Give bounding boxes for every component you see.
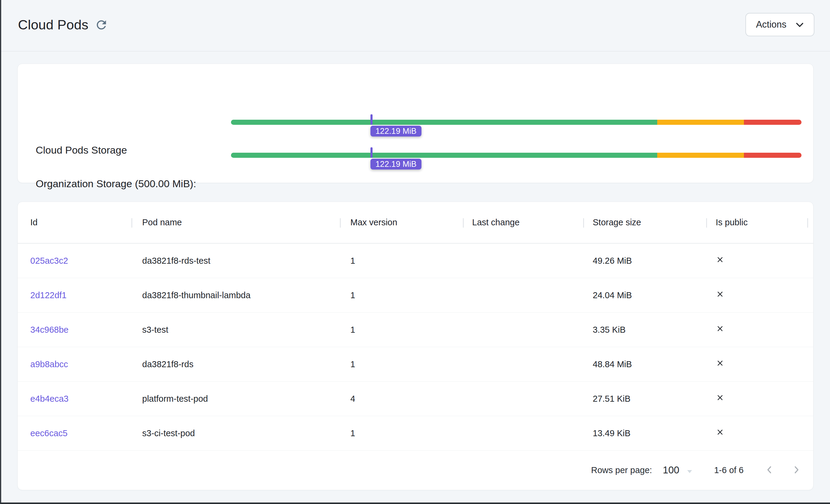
page-header: Cloud Pods Actions bbox=[0, 0, 830, 52]
is-public-cell bbox=[706, 290, 807, 301]
max-version-cell: 1 bbox=[340, 290, 463, 300]
storage-size-cell: 49.26 MiB bbox=[583, 256, 706, 266]
rows-per-page-label: Rows per page: bbox=[591, 465, 652, 475]
page-title: Cloud Pods bbox=[18, 17, 89, 33]
storage-size-cell: 13.49 KiB bbox=[583, 429, 706, 438]
column-separator bbox=[340, 218, 341, 228]
zone-critical bbox=[744, 153, 801, 158]
column-separator bbox=[463, 218, 464, 228]
pod-name-cell: s3-ci-test-pod bbox=[131, 429, 340, 438]
pagination-range-label: 1-6 of 6 bbox=[714, 465, 744, 475]
storage-scale-bar bbox=[231, 153, 801, 158]
max-version-cell: 1 bbox=[340, 256, 463, 266]
column-header-pod-name[interactable]: Pod name bbox=[131, 218, 340, 227]
is-public-cell bbox=[706, 255, 807, 266]
column-separator bbox=[131, 218, 132, 228]
window-edge-bottom bbox=[0, 503, 830, 504]
storage-size-cell: 24.04 MiB bbox=[583, 290, 706, 300]
pod-id-link[interactable]: 2d122df1 bbox=[30, 290, 67, 300]
column-separator bbox=[706, 218, 707, 228]
column-separator bbox=[807, 218, 808, 228]
is-public-cell bbox=[706, 393, 807, 404]
chevron-right-icon bbox=[791, 465, 801, 476]
pod-id-link[interactable]: 025ac3c2 bbox=[30, 256, 68, 265]
storage-size-cell: 3.35 KiB bbox=[583, 325, 706, 335]
pod-name-cell: da3821f8-rds-test bbox=[131, 256, 340, 266]
window-edge-left bbox=[0, 0, 1, 504]
refresh-icon bbox=[95, 28, 108, 33]
table-row[interactable]: 025ac3c2 da3821f8-rds-test 1 49.26 MiB bbox=[18, 244, 813, 278]
actions-button[interactable]: Actions bbox=[745, 13, 815, 36]
next-page-button[interactable] bbox=[788, 462, 805, 478]
pod-id-link[interactable]: eec6cac5 bbox=[30, 429, 67, 438]
organization-storage-bar: 122.19 MiB bbox=[231, 114, 801, 138]
zone-warning bbox=[657, 120, 744, 125]
pod-name-cell: da3821f8-rds bbox=[131, 359, 340, 369]
column-separator bbox=[583, 218, 584, 228]
max-version-cell: 1 bbox=[340, 429, 463, 438]
max-version-cell: 4 bbox=[340, 394, 463, 404]
max-version-cell: 1 bbox=[340, 359, 463, 369]
cloud-pods-table: Id Pod name Max version Last change Stor… bbox=[18, 201, 813, 490]
is-public-cell bbox=[706, 359, 807, 370]
column-header-last-change[interactable]: Last change bbox=[463, 218, 583, 227]
table-header-row: Id Pod name Max version Last change Stor… bbox=[18, 202, 813, 244]
refresh-button[interactable] bbox=[94, 18, 109, 33]
storage-scale-bar bbox=[231, 120, 801, 125]
storage-card-heading: Cloud Pods Storage bbox=[36, 144, 127, 156]
zone-safe bbox=[231, 120, 657, 125]
table-body: 025ac3c2 da3821f8-rds-test 1 49.26 MiB 2… bbox=[18, 244, 813, 450]
table-row[interactable]: a9b8abcc da3821f8-rds 1 48.84 MiB bbox=[18, 347, 813, 382]
zone-critical bbox=[744, 120, 801, 125]
pod-name-cell: platform-test-pod bbox=[131, 394, 340, 404]
pod-name-cell: da3821f8-thumbnail-lambda bbox=[131, 290, 340, 300]
usage-marker bbox=[371, 147, 373, 158]
table-row[interactable]: 34c968be s3-test 1 3.35 KiB bbox=[18, 313, 813, 347]
storage-size-cell: 27.51 KiB bbox=[583, 394, 706, 404]
rows-per-page-value: 100 bbox=[663, 464, 679, 476]
pod-id-link[interactable]: 34c968be bbox=[30, 325, 68, 335]
pod-name-cell: s3-test bbox=[131, 325, 340, 335]
not-public-icon bbox=[716, 255, 807, 266]
zone-warning bbox=[657, 153, 744, 158]
table-pagination: Rows per page: 100 1-6 of 6 bbox=[18, 450, 813, 490]
storage-size-cell: 48.84 MiB bbox=[583, 359, 706, 369]
column-header-id[interactable]: Id bbox=[18, 218, 131, 227]
select-arrow-icon bbox=[687, 464, 693, 476]
chevron-left-icon bbox=[764, 465, 774, 476]
not-public-icon bbox=[716, 324, 807, 335]
is-public-cell bbox=[706, 428, 807, 439]
table-row[interactable]: e4b4eca3 platform-test-pod 4 27.51 KiB bbox=[18, 382, 813, 416]
pod-id-link[interactable]: e4b4eca3 bbox=[30, 394, 68, 404]
previous-page-button[interactable] bbox=[761, 462, 778, 478]
actions-button-label: Actions bbox=[756, 19, 787, 30]
not-public-icon bbox=[716, 393, 807, 404]
is-public-cell bbox=[706, 324, 807, 335]
table-row[interactable]: eec6cac5 s3-ci-test-pod 1 13.49 KiB bbox=[18, 416, 813, 450]
usage-tooltip: 122.19 MiB bbox=[371, 159, 422, 169]
storage-card: Cloud Pods Storage Organization Storage … bbox=[18, 64, 813, 183]
user-storage-bar: 122.19 MiB bbox=[231, 147, 801, 171]
not-public-icon bbox=[716, 290, 807, 301]
column-header-storage-size[interactable]: Storage size bbox=[583, 218, 706, 227]
not-public-icon bbox=[716, 428, 807, 439]
column-header-max-version[interactable]: Max version bbox=[340, 218, 463, 227]
pod-id-link[interactable]: a9b8abcc bbox=[30, 359, 68, 369]
rows-per-page-select[interactable]: 100 bbox=[663, 464, 693, 476]
usage-tooltip: 122.19 MiB bbox=[371, 126, 422, 136]
usage-marker bbox=[371, 114, 373, 125]
column-header-is-public[interactable]: Is public bbox=[706, 218, 807, 227]
not-public-icon bbox=[716, 359, 807, 370]
chevron-down-icon bbox=[796, 19, 804, 30]
max-version-cell: 1 bbox=[340, 325, 463, 335]
zone-safe bbox=[231, 153, 657, 158]
table-row[interactable]: 2d122df1 da3821f8-thumbnail-lambda 1 24.… bbox=[18, 278, 813, 313]
organization-storage-label: Organization Storage (500.00 MiB): bbox=[36, 178, 196, 190]
